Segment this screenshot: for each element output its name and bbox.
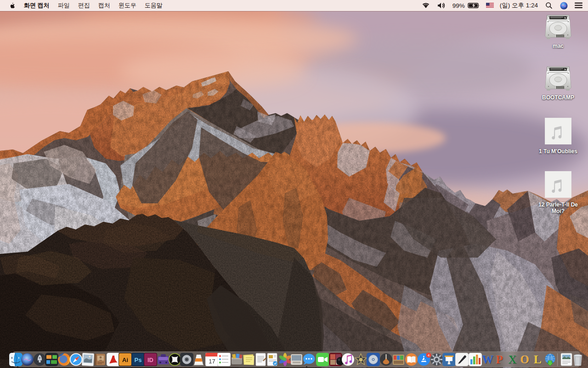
svg-text:Ai: Ai bbox=[122, 356, 128, 363]
svg-text:17: 17 bbox=[209, 358, 215, 365]
svg-text:Ps: Ps bbox=[135, 356, 142, 363]
svg-text:ID: ID bbox=[147, 356, 153, 363]
